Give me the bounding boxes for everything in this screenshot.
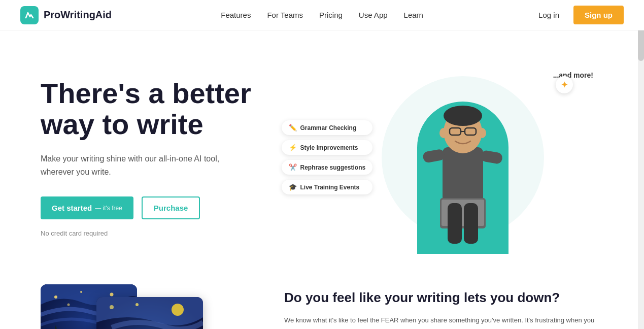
section2-title: Do you feel like your writing lets you d… [284, 289, 603, 307]
grammar-icon: ✏️ [289, 124, 297, 131]
get-started-button[interactable]: Get started — it's free [41, 196, 133, 219]
pill-style: ⚡ Style Improvements [282, 140, 373, 155]
hero-section: There's a better way to write Make your … [0, 30, 644, 274]
svg-point-23 [135, 303, 139, 306]
svg-point-12 [439, 128, 448, 138]
svg-rect-6 [422, 149, 445, 163]
hero-title: There's a better way to write [41, 78, 322, 140]
svg-point-13 [478, 128, 486, 138]
navbar: ProWritingAid Features For Teams Pricing… [0, 0, 644, 30]
nav-for-teams[interactable]: For Teams [267, 11, 303, 19]
hero-buttons: Get started — it's free Purchase [41, 196, 322, 219]
svg-rect-7 [480, 150, 503, 164]
svg-point-19 [67, 304, 70, 306]
hero-right: ✏️ Grammar Checking ⚡ Style Improvements… [322, 61, 604, 254]
no-credit-text: No credit card required [41, 229, 322, 237]
section2: My idea in my head Do you feel like your… [0, 274, 644, 329]
svg-point-16 [80, 291, 82, 293]
nav-pricing[interactable]: Pricing [319, 11, 343, 19]
logo-link[interactable]: ProWritingAid [20, 6, 112, 24]
pill-grammar: ✏️ Grammar Checking [282, 120, 373, 135]
svg-rect-10 [448, 203, 462, 244]
style-icon: ⚡ [289, 144, 297, 151]
star-icon: ✦ [561, 79, 568, 90]
hero-subtitle: Make your writing shine with our all-in-… [41, 152, 254, 178]
hero-left: There's a better way to write Make your … [41, 78, 322, 237]
svg-rect-11 [464, 203, 478, 244]
nav-links: Features For Teams Pricing Use App Learn [221, 11, 423, 20]
pill-training: 🎓 Live Training Events [282, 180, 373, 194]
svg-rect-0 [443, 147, 483, 203]
pill-rephrase: ✂️ Rephrase suggestions [282, 160, 373, 175]
section2-images: My idea in my head [41, 284, 244, 329]
nav-use-app[interactable]: Use App [359, 11, 388, 19]
nav-learn[interactable]: Learn [404, 11, 423, 19]
rephrase-icon: ✂️ [289, 163, 297, 171]
nav-actions: Log in Sign up [532, 6, 624, 24]
svg-point-21 [172, 304, 184, 316]
login-button[interactable]: Log in [532, 8, 565, 22]
logo-text: ProWritingAid [44, 9, 112, 21]
nav-features[interactable]: Features [221, 11, 251, 19]
signup-button[interactable]: Sign up [573, 6, 624, 24]
svg-point-15 [54, 295, 57, 299]
logo-icon [20, 6, 39, 24]
scrollbar[interactable] [638, 0, 644, 329]
hero-person-illustration [407, 81, 519, 254]
svg-point-5 [444, 106, 482, 126]
purchase-button[interactable]: Purchase [142, 196, 200, 219]
section2-right: Do you feel like your writing lets you d… [284, 284, 603, 329]
training-icon: 🎓 [289, 183, 297, 191]
feature-pills: ✏️ Grammar Checking ⚡ Style Improvements… [282, 120, 373, 194]
image-card-front [96, 297, 203, 329]
star-badge: ✦ [556, 76, 573, 93]
section2-text: We know what it's like to feel the FEAR … [284, 315, 603, 329]
svg-point-22 [110, 305, 114, 309]
svg-point-17 [110, 293, 114, 297]
